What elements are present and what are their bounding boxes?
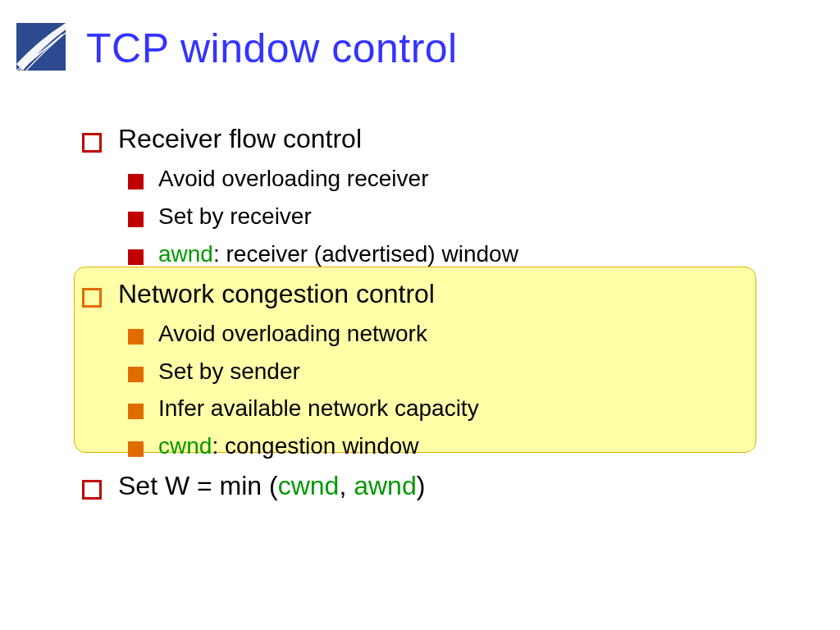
filled-square-icon: [128, 329, 144, 345]
bullet-text: cwnd: congestion window: [158, 431, 419, 462]
logo-icon: [16, 23, 66, 71]
filled-square-icon: [128, 441, 144, 457]
subbullet-set-by-sender: Set by sender: [128, 356, 763, 387]
bullet-text: awnd: receiver (advertised) window: [158, 239, 518, 270]
subbullet-set-by-receiver: Set by receiver: [128, 201, 763, 232]
bullet-text: Set W = min (cwnd, awnd): [118, 468, 425, 504]
subbullet-avoid-overloading-receiver: Avoid overloading receiver: [128, 163, 763, 194]
slide-title: TCP window control: [86, 25, 458, 72]
bullet-text: Receiver flow control: [118, 121, 362, 157]
subbullet-avoid-overloading-network: Avoid overloading network: [128, 318, 763, 349]
bullet-text: Infer available network capacity: [158, 393, 479, 424]
bullet-text: Set by sender: [158, 356, 300, 387]
bullet-text: Set by receiver: [158, 201, 312, 232]
filled-square-icon: [128, 212, 144, 227]
bullet-text: Avoid overloading network: [158, 318, 427, 349]
bullet-text: Network congestion control: [118, 276, 435, 312]
bullet-set-w: Set W = min (cwnd, awnd): [82, 468, 763, 504]
filled-square-icon: [128, 249, 144, 265]
subbullet-infer-capacity: Infer available network capacity: [128, 393, 763, 424]
filled-square-icon: [128, 404, 144, 419]
subbullet-cwnd: cwnd: congestion window: [128, 431, 763, 462]
hollow-square-icon: [82, 288, 102, 308]
hollow-square-icon: [82, 133, 102, 153]
slide-body: Receiver flow control Avoid overloading …: [82, 121, 763, 504]
bullet-text: Avoid overloading receiver: [158, 163, 428, 194]
hollow-square-icon: [82, 480, 102, 500]
filled-square-icon: [128, 367, 144, 382]
bullet-network-congestion-control: Network congestion control: [82, 276, 763, 312]
subbullet-awnd: awnd: receiver (advertised) window: [128, 239, 763, 270]
filled-square-icon: [128, 174, 144, 189]
bullet-receiver-flow-control: Receiver flow control: [82, 121, 763, 157]
